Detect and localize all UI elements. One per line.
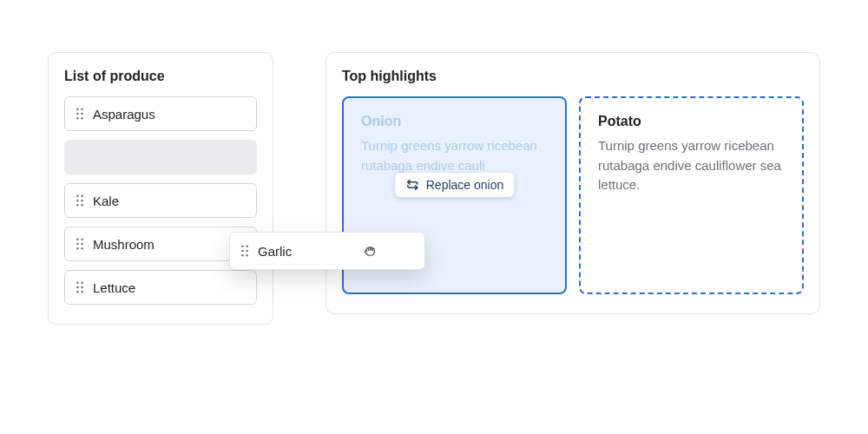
grab-cursor-icon <box>362 243 378 259</box>
drag-handle-icon <box>76 281 84 293</box>
list-item-label: Lettuce <box>93 280 135 295</box>
svg-point-6 <box>76 195 78 197</box>
dragging-item-label: Garlic <box>258 244 292 259</box>
list-item[interactable]: Kale <box>64 183 257 218</box>
card-title: Potato <box>598 114 785 129</box>
list-item[interactable]: Mushroom <box>64 227 257 261</box>
drag-handle-icon <box>76 108 84 120</box>
svg-point-5 <box>81 117 82 119</box>
highlights-title: Top highlights <box>342 69 804 84</box>
svg-point-28 <box>241 254 243 256</box>
svg-point-26 <box>241 250 243 252</box>
svg-point-27 <box>246 250 247 252</box>
highlight-card-dropzone[interactable]: Potato Turnip greens yarrow ricebean rut… <box>579 96 804 294</box>
produce-list-panel: List of produce Asparagus Kale Mushroom … <box>48 52 273 325</box>
list-item-label: Kale <box>93 194 119 208</box>
svg-point-29 <box>246 254 247 256</box>
list-title: List of produce <box>64 69 257 84</box>
drag-handle-icon <box>240 245 249 257</box>
svg-point-19 <box>81 282 82 284</box>
dragging-list-item[interactable]: Garlic <box>229 232 425 270</box>
highlights-panel: Top highlights Onion Turnip greens yarro… <box>326 52 820 314</box>
svg-point-8 <box>76 200 78 201</box>
svg-point-11 <box>81 204 82 206</box>
drag-handle-icon <box>76 194 84 207</box>
svg-point-14 <box>76 243 78 245</box>
main-layout: List of produce Asparagus Kale Mushroom … <box>48 52 820 325</box>
card-title: Onion <box>361 114 548 129</box>
drag-placeholder <box>64 140 257 174</box>
list-item-label: Mushroom <box>93 237 155 252</box>
replace-icon <box>405 178 419 192</box>
svg-point-22 <box>76 291 78 293</box>
svg-point-9 <box>81 200 82 201</box>
svg-point-16 <box>76 247 78 249</box>
svg-point-18 <box>76 282 78 284</box>
list-item-label: Asparagus <box>93 107 155 122</box>
svg-point-4 <box>76 117 78 119</box>
svg-point-23 <box>81 291 82 293</box>
svg-point-12 <box>76 239 78 240</box>
svg-point-17 <box>81 247 82 249</box>
svg-point-24 <box>241 246 243 247</box>
svg-point-3 <box>81 113 82 115</box>
svg-point-15 <box>81 243 82 245</box>
svg-point-25 <box>246 246 247 247</box>
svg-point-13 <box>81 239 82 240</box>
svg-point-7 <box>81 195 82 197</box>
svg-point-2 <box>76 113 78 115</box>
list-item[interactable]: Asparagus <box>64 96 257 131</box>
svg-point-20 <box>76 286 78 288</box>
svg-point-0 <box>76 108 78 110</box>
svg-point-21 <box>81 286 82 288</box>
replace-pill[interactable]: Replace onion <box>395 173 515 197</box>
replace-label: Replace onion <box>426 178 504 192</box>
list-item[interactable]: Lettuce <box>64 270 257 305</box>
card-body: Turnip greens yarrow ricebean rutabaga e… <box>361 136 548 175</box>
card-body: Turnip greens yarrow ricebean rutabaga e… <box>598 136 785 195</box>
svg-point-1 <box>81 108 82 110</box>
svg-point-10 <box>76 204 78 206</box>
drag-handle-icon <box>76 238 84 250</box>
